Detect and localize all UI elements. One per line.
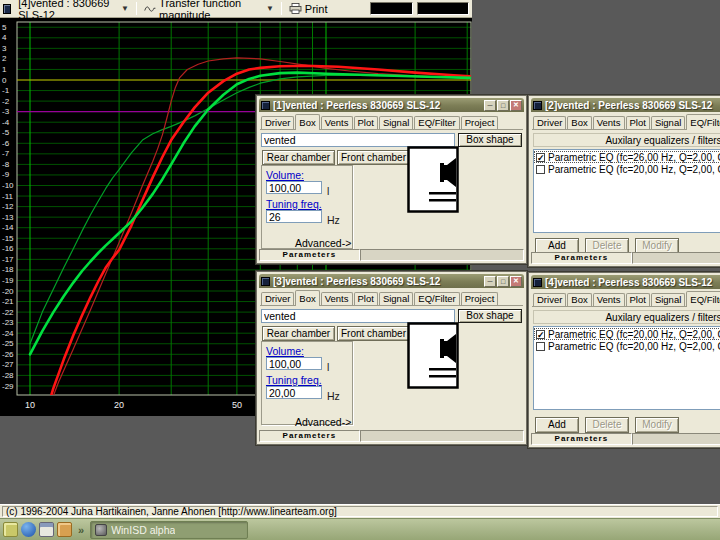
tab-signal[interactable]: Signal — [379, 292, 413, 305]
winisd-desktop: { "toolbar": { "window_selector": "[4]ve… — [0, 0, 720, 540]
eq-list-item[interactable]: Parametric EQ (fc=20,00 Hz, Q=2,00, Gain… — [534, 163, 720, 175]
svg-text:-23: -23 — [2, 318, 14, 327]
cursor-readout-x — [370, 2, 413, 15]
speaker-app-icon — [261, 101, 270, 110]
svg-text:0: 0 — [2, 76, 7, 85]
box-shape-button[interactable]: Box shape — [458, 133, 522, 147]
window-4-titlebar[interactable]: [4]vented : Peerless 830669 SLS-12 — [531, 275, 720, 289]
advanced-link[interactable]: Advanced-> — [295, 416, 351, 428]
tab-vents[interactable]: Vents — [321, 116, 353, 129]
eq-list-item[interactable]: ✓ Parametric EQ (fc=26,00 Hz, Q=2,00, Ga… — [534, 151, 720, 163]
tab-eq-filter[interactable]: EQ/Filter — [686, 114, 720, 130]
eq-list-item[interactable]: ✓ Parametric EQ (fc=20,00 Hz, Q=2,00, Ga… — [534, 328, 720, 340]
tab-vents[interactable]: Vents — [593, 116, 625, 129]
tab-signal[interactable]: Signal — [379, 116, 413, 129]
tab-eq-filter[interactable]: EQ/Filter — [414, 116, 459, 129]
volume-unit: l — [327, 185, 329, 197]
tab-box[interactable]: Box — [567, 293, 591, 306]
tab-signal[interactable]: Signal — [651, 293, 685, 306]
tab-plot[interactable]: Plot — [354, 292, 378, 305]
checkbox-checked-icon[interactable]: ✓ — [536, 330, 545, 339]
close-icon[interactable]: ✕ — [510, 276, 522, 287]
tuning-freq-label: Tuning freq. — [266, 374, 322, 386]
tab-project[interactable]: Project — [461, 292, 499, 305]
eq-listbox[interactable]: ✓ Parametric EQ (fc=26,00 Hz, Q=2,00, Ga… — [533, 149, 720, 233]
tab-eq-filter[interactable]: EQ/Filter — [686, 291, 720, 307]
tab-plot[interactable]: Plot — [626, 116, 650, 129]
chevron-down-icon: ▼ — [266, 5, 274, 13]
tab-driver[interactable]: Driver — [533, 116, 566, 129]
close-icon[interactable]: ✕ — [510, 100, 522, 111]
window-1-tabs: Driver Box Vents Plot Signal EQ/Filter P… — [260, 113, 523, 130]
volume-input[interactable] — [266, 357, 322, 370]
tab-plot[interactable]: Plot — [626, 293, 650, 306]
svg-text:1: 1 — [2, 65, 7, 74]
window-2-title: [2]vented : Peerless 830669 SLS-12 — [545, 100, 720, 111]
progress-track — [360, 249, 524, 261]
svg-text:-14: -14 — [2, 223, 14, 232]
modify-button[interactable]: Modify — [635, 417, 679, 433]
box-name-input[interactable] — [261, 309, 455, 323]
checkbox-unchecked-icon[interactable] — [536, 165, 545, 174]
tab-driver[interactable]: Driver — [533, 293, 566, 306]
tab-vents[interactable]: Vents — [321, 292, 353, 305]
minimize-icon[interactable]: ─ — [484, 276, 496, 287]
svg-text:-17: -17 — [2, 255, 14, 264]
quick-launch-show-desktop-icon[interactable] — [39, 522, 54, 537]
window-3-titlebar[interactable]: [3]vented : Peerless 830669 SLS-12 ─ □ ✕ — [259, 274, 524, 288]
taskbar-button-winisd[interactable]: WinISD alpha — [90, 521, 248, 539]
window-selector-dropdown[interactable]: [4]vented : 830669 SLS-12 ▼ — [15, 1, 132, 17]
eq-list-item[interactable]: Parametric EQ (fc=20,00 Hz, Q=2,00, Gain… — [534, 340, 720, 352]
tuning-freq-input[interactable] — [266, 210, 322, 223]
svg-text:20: 20 — [114, 400, 124, 410]
eq-item-label: Parametric EQ (fc=20,00 Hz, Q=2,00, Gain… — [548, 341, 720, 352]
tab-eq-filter[interactable]: EQ/Filter — [414, 292, 459, 305]
tab-vents[interactable]: Vents — [593, 293, 625, 306]
svg-text:-27: -27 — [2, 360, 14, 369]
svg-text:5: 5 — [2, 23, 7, 32]
parameters-label: Parameters — [259, 430, 360, 442]
tab-project[interactable]: Project — [461, 116, 499, 129]
quick-launch-overflow-chevron[interactable]: » — [75, 524, 87, 536]
volume-unit: l — [327, 361, 329, 373]
svg-text:-29: -29 — [2, 382, 14, 391]
volume-input[interactable] — [266, 181, 322, 194]
window-3-tabs: Driver Box Vents Plot Signal EQ/Filter P… — [260, 289, 523, 306]
window-1-title: [1]vented : Peerless 830669 SLS-12 — [273, 100, 481, 111]
plot-type-dropdown[interactable]: Transfer function magnitude ▼ — [141, 1, 277, 17]
window-1-titlebar[interactable]: [1]vented : Peerless 830669 SLS-12 ─ □ ✕ — [259, 98, 524, 112]
child-window-icon[interactable] — [3, 4, 11, 14]
quick-launch-folder-icon[interactable] — [57, 522, 72, 537]
advanced-link[interactable]: Advanced-> — [295, 237, 351, 249]
delete-button[interactable]: Delete — [585, 417, 629, 433]
minimize-icon[interactable]: ─ — [484, 100, 496, 111]
window-2-vented: [2]vented : Peerless 830669 SLS-12 Drive… — [528, 95, 720, 267]
tab-driver[interactable]: Driver — [261, 116, 294, 129]
tab-signal[interactable]: Signal — [651, 116, 685, 129]
waveform-icon — [144, 4, 156, 14]
window-2-titlebar[interactable]: [2]vented : Peerless 830669 SLS-12 — [531, 98, 720, 112]
print-button[interactable]: Print — [286, 1, 331, 17]
rear-chamber-button[interactable]: Rear chamber — [262, 150, 335, 165]
checkbox-unchecked-icon[interactable] — [536, 342, 545, 351]
box-shape-button[interactable]: Box shape — [458, 309, 522, 323]
tab-driver[interactable]: Driver — [261, 292, 294, 305]
maximize-icon[interactable]: □ — [497, 276, 509, 287]
rear-chamber-button[interactable]: Rear chamber — [262, 326, 335, 341]
tuning-freq-input[interactable] — [266, 386, 322, 399]
checkbox-checked-icon[interactable]: ✓ — [536, 153, 545, 162]
quick-launch-browser-icon[interactable] — [21, 522, 36, 537]
tab-box[interactable]: Box — [295, 290, 319, 306]
maximize-icon[interactable]: □ — [497, 100, 509, 111]
tab-box[interactable]: Box — [295, 114, 319, 130]
quick-launch-app-icon[interactable] — [3, 522, 18, 537]
front-chamber-button[interactable]: Front chamber — [337, 326, 410, 341]
front-chamber-button[interactable]: Front chamber — [337, 150, 410, 165]
window-3-title: [3]vented : Peerless 830669 SLS-12 — [273, 276, 481, 287]
svg-text:-6: -6 — [2, 139, 10, 148]
eq-listbox[interactable]: ✓ Parametric EQ (fc=20,00 Hz, Q=2,00, Ga… — [533, 326, 720, 410]
box-name-input[interactable] — [261, 133, 455, 147]
add-button[interactable]: Add — [535, 417, 579, 433]
tab-box[interactable]: Box — [567, 116, 591, 129]
tab-plot[interactable]: Plot — [354, 116, 378, 129]
